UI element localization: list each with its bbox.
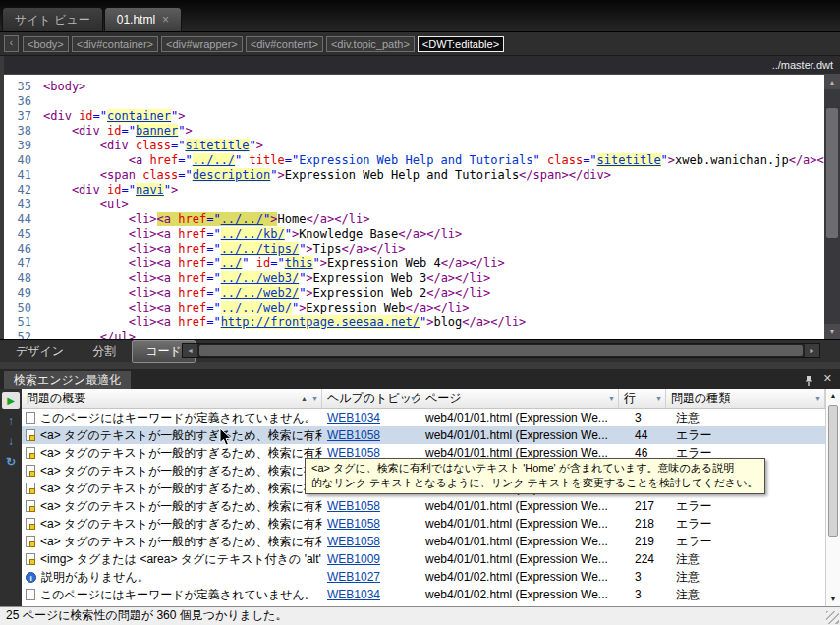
tag-breadcrumb-item[interactable]: <div#content> bbox=[246, 36, 323, 52]
help-topic-link[interactable]: WEB1058 bbox=[327, 535, 380, 548]
code-hyperlink[interactable]: ../../tips/ bbox=[221, 242, 299, 256]
code-hyperlink[interactable]: navi bbox=[136, 183, 164, 197]
code-hyperlink[interactable]: http://frontpage.seesaa.net/ bbox=[221, 315, 420, 329]
document-tab[interactable]: サイト ビュー bbox=[2, 7, 103, 31]
code-token: href bbox=[178, 256, 206, 270]
editor-scrollbar-thumb[interactable] bbox=[826, 108, 838, 238]
seo-issue-row[interactable]: <a> タグのテキストが一般的すぎるため、検索に有利では...WEB1058we… bbox=[22, 426, 825, 444]
line-number-cell: 3 bbox=[619, 568, 666, 586]
code-editor[interactable]: 35<body>3637<div id="container">38 <div … bbox=[4, 75, 824, 339]
help-topic-link[interactable]: WEB1034 bbox=[327, 411, 380, 425]
breadcrumb-scroll-left-icon[interactable]: ‹ bbox=[4, 35, 19, 52]
line-number: 47 bbox=[4, 256, 31, 271]
warning-dot bbox=[29, 541, 35, 547]
code-hyperlink[interactable]: sitetitle bbox=[186, 139, 250, 152]
filter-dropdown-icon[interactable]: ▼ bbox=[311, 395, 318, 402]
code-token: </a></li> bbox=[406, 301, 470, 314]
seo-issue-row[interactable]: <a> タグのテキストが一般的すぎるため、検索に有利では...WEB1058we… bbox=[22, 497, 825, 515]
code-line: 39 <div class="sitetitle"> bbox=[4, 139, 824, 153]
help-topic-link[interactable]: WEB1058 bbox=[327, 499, 380, 513]
column-header-line[interactable]: 行▼ bbox=[619, 389, 666, 408]
page-cell: web4/01/01.html (Expression We... bbox=[420, 533, 619, 550]
tag-breadcrumb-item[interactable]: <body> bbox=[23, 36, 69, 52]
help-topic-link[interactable]: WEB1034 bbox=[327, 588, 380, 601]
master-dwt-link[interactable]: ../master.dwt bbox=[772, 59, 833, 71]
scroll-right-icon[interactable]: ► bbox=[805, 344, 819, 357]
code-hyperlink[interactable]: ../ bbox=[221, 256, 243, 270]
filter-dropdown-icon[interactable]: ▼ bbox=[814, 395, 821, 402]
scroll-left-icon[interactable]: ◄ bbox=[183, 344, 197, 357]
tag-breadcrumb-item[interactable]: <DWT:editable> bbox=[418, 36, 504, 52]
view-tab-inactive[interactable]: デザイン bbox=[3, 341, 77, 362]
code-hyperlink[interactable]: ../../web3/ bbox=[221, 271, 299, 285]
code-hyperlink[interactable]: container bbox=[107, 109, 171, 123]
page-cell: web4/01/01.html (Expression We... bbox=[420, 497, 619, 515]
seo-panel-tab[interactable]: 検索エンジン最適化 bbox=[4, 371, 131, 389]
grid-scrollbar-thumb[interactable] bbox=[828, 405, 838, 537]
help-topic-link[interactable]: WEB1058 bbox=[327, 517, 380, 531]
issue-type-cell: 注意 bbox=[666, 586, 825, 603]
run-seo-report-button[interactable]: ▶ bbox=[2, 392, 20, 409]
tag-breadcrumb-item[interactable]: <div#wrapper> bbox=[161, 36, 243, 52]
close-icon[interactable]: ✕ bbox=[823, 372, 832, 385]
line-number: 39 bbox=[4, 139, 31, 153]
pin-icon[interactable] bbox=[803, 373, 814, 385]
code-hyperlink[interactable]: ../../web/ bbox=[221, 301, 292, 314]
warning-page-icon bbox=[26, 553, 35, 565]
refresh-report-button[interactable]: ↻ bbox=[2, 454, 20, 471]
column-header-summary[interactable]: 問題の概要▲▼ bbox=[22, 389, 322, 408]
document-tab[interactable]: 01.html× bbox=[104, 7, 182, 31]
code-token: href bbox=[178, 271, 206, 285]
editor-hscrollbar-thumb[interactable] bbox=[199, 345, 803, 356]
seo-issue-row[interactable]: このページにはキーワードが定義されていません。WEB1034web4/01/02… bbox=[22, 586, 825, 603]
tab-close-icon[interactable]: × bbox=[162, 13, 169, 27]
code-hyperlink[interactable]: ../../ bbox=[221, 212, 263, 226]
line-number-cell: 224 bbox=[619, 550, 666, 568]
seo-issue-row[interactable]: このページにはキーワードが定義されていません。WEB1034web4/01/01… bbox=[22, 409, 825, 426]
seo-issue-row[interactable]: <a> タグのテキストが一般的すぎるため、検索に有利では...WEB1058we… bbox=[22, 533, 825, 550]
filter-dropdown-icon[interactable]: ▼ bbox=[410, 395, 417, 402]
code-token: Knowledge Base bbox=[299, 227, 398, 241]
line-number-cell: 3 bbox=[619, 586, 666, 603]
code-hyperlink[interactable]: this bbox=[285, 256, 313, 270]
code-hyperlink[interactable]: ../../web2/ bbox=[221, 286, 299, 300]
scroll-down-icon[interactable]: ▼ bbox=[824, 324, 840, 339]
column-header-help-topic[interactable]: ヘルプのトピック▼ bbox=[322, 389, 420, 408]
warning-dot bbox=[29, 453, 35, 459]
scroll-up-icon[interactable]: ▲ bbox=[824, 75, 840, 89]
editor-horizontal-scrollbar[interactable]: ◄ ► bbox=[182, 343, 820, 358]
column-header-issue-type[interactable]: 問題の種類▼ bbox=[666, 389, 825, 408]
tag-breadcrumb-item[interactable]: <div.topic_path> bbox=[326, 36, 415, 52]
help-topic-link[interactable]: WEB1009 bbox=[327, 552, 380, 566]
code-hyperlink[interactable]: description bbox=[193, 168, 270, 182]
previous-issue-button[interactable]: ↑ bbox=[2, 413, 20, 429]
grid-vertical-scrollbar[interactable]: ▲ ▼ bbox=[825, 389, 840, 606]
next-issue-button[interactable]: ↓ bbox=[2, 433, 20, 450]
code-token: <li><a bbox=[43, 315, 178, 329]
code-token: =" bbox=[206, 286, 220, 300]
tag-breadcrumb-item[interactable]: <div#container> bbox=[72, 36, 158, 52]
scroll-up-icon[interactable]: ▲ bbox=[826, 389, 840, 403]
code-token: </a></li> bbox=[306, 212, 369, 226]
code-hyperlink[interactable]: ../../kb/ bbox=[221, 227, 285, 241]
seo-issue-row[interactable]: <a> タグのテキストが一般的すぎるため、検索に有利では...WEB1058we… bbox=[22, 515, 825, 533]
help-topic-link[interactable]: WEB1027 bbox=[327, 570, 380, 584]
help-topic-link[interactable]: WEB1058 bbox=[327, 428, 380, 442]
filter-dropdown-icon[interactable]: ▼ bbox=[608, 395, 615, 402]
code-hyperlink[interactable]: banner bbox=[136, 124, 178, 138]
line-number: 46 bbox=[4, 242, 31, 256]
column-header-page[interactable]: ページ▼ bbox=[420, 389, 619, 408]
seo-issue-row[interactable]: <img> タグまたは <area> タグにテキスト付きの 'alt' 属性..… bbox=[22, 550, 825, 568]
resize-grip[interactable] bbox=[826, 611, 839, 624]
filter-dropdown-icon[interactable]: ▼ bbox=[655, 395, 662, 402]
code-line: 50 <li><a href="../../web/">Expression W… bbox=[4, 301, 824, 315]
seo-issue-row[interactable]: i説明がありません。WEB1027web4/01/02.html (Expres… bbox=[22, 568, 825, 586]
help-topic-cell: WEB1058 bbox=[322, 533, 420, 550]
view-tab-inactive[interactable]: 分割 bbox=[80, 341, 129, 362]
scroll-down-icon[interactable]: ▼ bbox=[826, 593, 840, 606]
code-hyperlink[interactable]: sitetitle bbox=[597, 153, 661, 167]
page-cell: web4/01/01.html (Expression We... bbox=[420, 426, 619, 444]
editor-vertical-scrollbar[interactable]: ▲ ▼ bbox=[824, 75, 840, 339]
code-hyperlink[interactable]: ../../ bbox=[193, 153, 235, 167]
tooltip-line: <a> タグに、検索に有利ではないテキスト 'Home' が含まれています。意味… bbox=[311, 461, 758, 476]
